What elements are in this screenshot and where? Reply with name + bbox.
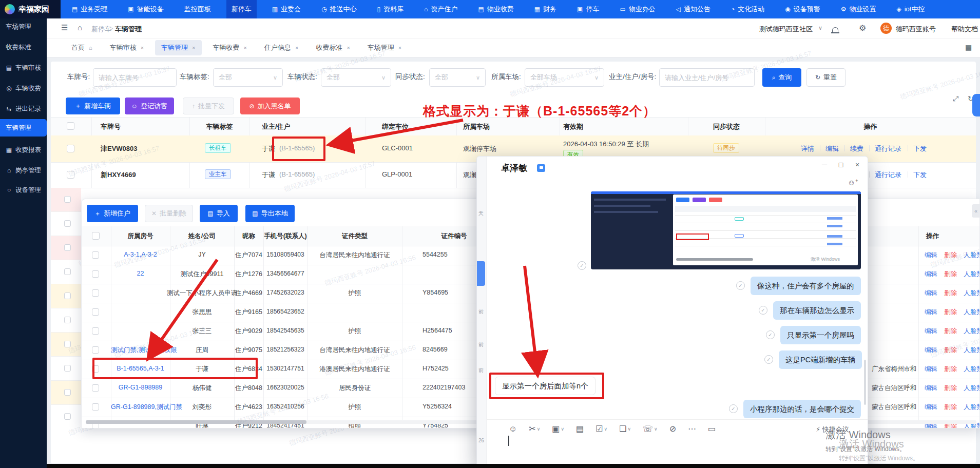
tab-2[interactable]: 车辆管理× [155, 40, 201, 55]
row-action-edit[interactable]: 编辑 [925, 289, 937, 298]
row-checkbox[interactable] [92, 251, 99, 259]
row-action-face-disable[interactable]: 人脸禁用 [964, 403, 980, 412]
notification-bell-icon[interactable] [832, 25, 838, 34]
sidebar-item-5[interactable]: 车辆管理 [0, 119, 47, 136]
sidebar-item-4[interactable]: ⇆进出记录 [0, 102, 47, 116]
emoji-icon[interactable]: ☺ [509, 424, 517, 434]
nav-item-13[interactable]: ◔文化活动 [726, 0, 770, 18]
row-action-3[interactable]: 通行记录 [875, 144, 901, 153]
community-selector[interactable]: 测试德玛西亚社区 [759, 25, 813, 34]
chat-scrollbar[interactable] [864, 360, 866, 405]
row-action-face-disable[interactable]: 人脸禁用 [964, 289, 980, 298]
batch-send-button[interactable]: ↑批量下发 [183, 98, 234, 114]
row-checkbox[interactable] [92, 289, 99, 297]
collapse-menu-icon[interactable]: ☰ [61, 23, 68, 32]
row-action-face-disable[interactable]: 人脸禁用 [964, 251, 980, 260]
fullscreen-icon[interactable]: ⤢ [953, 94, 958, 103]
nav-item-2[interactable]: 监控面板 [179, 0, 216, 18]
nav-item-15[interactable]: ⚙物业设置 [836, 0, 881, 18]
row-action-4[interactable]: 下发 [913, 144, 927, 153]
row-action-delete[interactable]: 删除 [944, 403, 957, 412]
search-button[interactable]: ⌕查询 [762, 68, 801, 87]
row-checkbox[interactable] [92, 270, 99, 278]
tab-5[interactable]: 收费标准× [310, 40, 356, 55]
nav-item-16[interactable]: ◈iot中控 [891, 0, 930, 18]
sidebar-item-0[interactable]: 车场管理 [0, 20, 47, 34]
tab-grid-icon[interactable]: ▦ [965, 43, 972, 51]
chat-screenshot-image[interactable]: 激活 Windows [591, 191, 861, 269]
file-icon[interactable]: ▤ [576, 424, 584, 434]
row-checkbox[interactable] [64, 220, 71, 227]
row-checkbox[interactable] [67, 171, 74, 179]
nav-item-12[interactable]: ◁通知公告 [671, 0, 716, 18]
row-checkbox[interactable] [92, 346, 99, 354]
image-icon[interactable]: ▣∨ [552, 424, 564, 434]
more-icon[interactable]: ⋯ [688, 424, 696, 434]
nav-item-14[interactable]: ◉设备预警 [780, 0, 825, 18]
add-blacklist-button[interactable]: ⊘加入黑名单 [240, 98, 300, 114]
park-filter-select[interactable]: 全部车场∨ [525, 68, 604, 87]
row-checkbox[interactable] [64, 365, 71, 372]
select-all-checkbox[interactable] [92, 232, 100, 240]
tab-close-icon[interactable]: × [398, 45, 401, 51]
breadcrumb-section[interactable]: 新停车 [91, 25, 111, 34]
row-action-edit[interactable]: 编辑 [925, 308, 937, 317]
sidebar-item-7[interactable]: ⌂岗亭管理 [0, 163, 47, 178]
quick-meeting-button[interactable]: ⚡ 快捷会议 [816, 425, 849, 434]
row-action-delete[interactable]: 删除 [944, 384, 957, 393]
row-checkbox[interactable] [64, 244, 71, 251]
side-panel-handle[interactable] [972, 94, 980, 116]
collapse-panel-tab[interactable]: « [972, 204, 980, 218]
row-action-face-disable[interactable]: 人脸禁用 [964, 327, 980, 336]
nav-item-4[interactable]: ▥业委会 [267, 0, 306, 18]
row-checkbox[interactable] [64, 292, 71, 299]
maximize-icon[interactable]: □ [835, 161, 847, 169]
call-icon[interactable]: ☏∨ [643, 424, 658, 434]
person-add-icon[interactable]: ☺+ [848, 178, 858, 187]
batch-delete-button[interactable]: ✕批量删除 [145, 205, 193, 222]
status-filter-select[interactable]: 全部∨ [321, 68, 391, 87]
account-avatar[interactable]: 德 [880, 23, 892, 34]
account-name[interactable]: 德玛西亚账号 [896, 25, 936, 34]
row-checkbox[interactable] [92, 403, 99, 411]
nav-item-3[interactable]: 新停车 [226, 0, 257, 18]
plate-filter-input[interactable] [93, 68, 177, 87]
folder-icon[interactable]: ❏∨ [619, 424, 631, 434]
sidebar-item-1[interactable]: 收费标准 [0, 40, 47, 54]
add-resident-button[interactable]: ＋新增住户 [87, 205, 138, 222]
chat-input-area[interactable] [487, 434, 847, 464]
row-action-delete[interactable]: 删除 [944, 327, 957, 336]
row-action-edit[interactable]: 编辑 [925, 365, 937, 374]
row-checkbox[interactable] [64, 389, 71, 396]
horizontal-scrollbar-thumb[interactable] [86, 420, 306, 424]
chat-conversation-strip[interactable]: 天前前前26 [477, 157, 487, 467]
nav-item-9[interactable]: ▦财务 [529, 0, 562, 18]
tab-4[interactable]: 住户信息× [258, 40, 304, 55]
screen-share-icon[interactable]: ▭ [708, 424, 716, 434]
tab-1[interactable]: 车辆审核× [104, 40, 150, 55]
row-action-delete[interactable]: 删除 [944, 308, 957, 317]
row-action-1[interactable]: 编辑 [825, 144, 839, 153]
row-action-edit[interactable]: 编辑 [925, 251, 937, 260]
row-action-delete[interactable]: 删除 [944, 365, 957, 374]
row-action-face-disable[interactable]: 人脸禁用 [964, 308, 980, 317]
nav-item-0[interactable]: ▤业务受理 [67, 0, 112, 18]
row-action-2[interactable]: 续费 [850, 144, 863, 153]
row-action-delete[interactable]: 删除 [944, 251, 957, 260]
tag-filter-select[interactable]: 全部∨ [213, 68, 283, 87]
row-action-edit[interactable]: 编辑 [925, 270, 937, 279]
row-checkbox[interactable] [92, 308, 99, 316]
row-checkbox[interactable] [92, 365, 99, 373]
export-button[interactable]: ▤导出本地 [245, 205, 295, 222]
sidebar-item-8[interactable]: ○设备管理 [0, 183, 47, 197]
todo-icon[interactable]: ☑∨ [595, 424, 607, 434]
settings-gear-icon[interactable]: ⚙ [859, 23, 866, 33]
sidebar-item-3[interactable]: ◎车辆收费 [0, 81, 47, 95]
row-action-face-disable[interactable]: 人脸禁用 [964, 384, 980, 393]
tab-6[interactable]: 车场管理× [361, 40, 408, 55]
brand-logo[interactable]: 幸福家园 [0, 0, 61, 18]
row-action-edit[interactable]: 编辑 [925, 346, 937, 355]
row-action-face-disable[interactable]: 人脸禁用 [964, 270, 980, 279]
nav-item-8[interactable]: ▤物业收费 [473, 0, 518, 18]
sidebar-item-6[interactable]: ▦收费报表 [0, 143, 47, 157]
